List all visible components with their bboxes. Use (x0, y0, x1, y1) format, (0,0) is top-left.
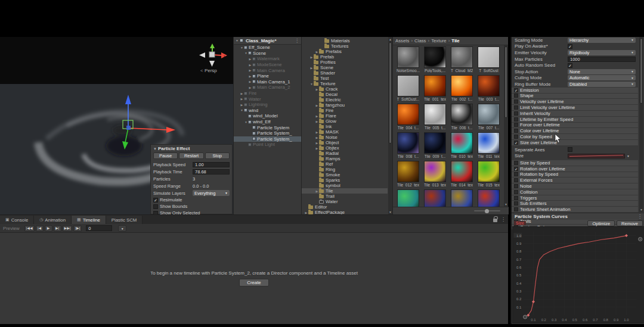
folder-item-trail[interactable]: Trail (302, 194, 388, 199)
module-checkbox[interactable] (514, 184, 518, 188)
collapse-arrow-icon[interactable]: ▼ (236, 39, 239, 42)
module-sub-emitters[interactable]: Sub Emitters (512, 201, 638, 207)
project-tree-scrollbar[interactable]: ▲ ▼ (388, 37, 392, 214)
scaling-mode-dropdown[interactable]: Hierarchy▼ (568, 38, 636, 43)
max-particles-input[interactable]: 1000 (568, 57, 636, 62)
kebab-menu-icon[interactable]: ⋮ (295, 38, 299, 43)
simulate-layers-dropdown[interactable]: Everything▼ (193, 190, 230, 196)
play-icon[interactable]: ▶ (45, 225, 52, 232)
hierarchy-item-eff-scene[interactable]: ▼ Eff_Scene (234, 45, 301, 51)
expand-arrow-icon[interactable]: ▶ (248, 63, 252, 67)
module-size-over-lifetime[interactable]: ✓ Size over Lifetime (512, 140, 638, 146)
expand-arrow-icon[interactable]: ▶ (304, 211, 308, 214)
asset-item[interactable] (475, 189, 502, 207)
module-color-over-lifetime[interactable]: Color over Lifetime (512, 128, 638, 134)
module-checkbox[interactable] (514, 161, 518, 165)
module-checkbox[interactable] (514, 201, 518, 205)
module-checkbox[interactable] (514, 172, 518, 176)
skip-to-start-icon[interactable]: |◀◀ (24, 225, 35, 232)
expand-arrow-icon[interactable]: ▶ (315, 50, 319, 54)
module-checkbox[interactable] (514, 190, 518, 194)
folder-item-shader[interactable]: Shader (302, 70, 388, 76)
folder-item-ramps[interactable]: Ramps (302, 156, 388, 161)
create-button[interactable]: Create (239, 279, 268, 286)
expand-arrow-icon[interactable]: ▶ (240, 97, 244, 101)
skip-to-end-icon[interactable]: ▶▶| (63, 225, 73, 232)
hierarchy-item-watermark[interactable]: ▶ Watermark (234, 56, 301, 62)
asset-tile-001-tex[interactable]: Tile_001_tex (422, 75, 448, 104)
folder-item-ref[interactable]: Ref (302, 161, 388, 167)
folder-item-scene[interactable]: ▶ Scene (302, 65, 388, 70)
asset-tile-012-tex[interactable]: Tile_012_tex (395, 161, 422, 189)
module-checkbox[interactable] (514, 111, 518, 116)
folder-item-water[interactable]: Water (302, 199, 388, 204)
preview-toggle[interactable]: Preview (3, 226, 20, 231)
folder-item-flare[interactable]: ▶ Flare (302, 113, 388, 119)
expand-arrow-icon[interactable]: ▼ (240, 108, 244, 112)
breadcrumb-tile[interactable]: Tile (451, 38, 459, 43)
pe-check-show-only-selected[interactable]: Show Only Selected (153, 210, 230, 214)
expand-arrow-icon[interactable]: ▶ (315, 136, 319, 139)
module-size-by-speed[interactable]: Size by Speed (512, 160, 638, 166)
folder-item-ink[interactable]: Ink (302, 124, 388, 129)
optimize-button[interactable]: Optimize (587, 220, 615, 226)
pe-check-show-bounds[interactable]: Show Bounds (153, 203, 230, 210)
folder-item-textures[interactable]: Textures (302, 43, 388, 49)
curve-legend-size[interactable]: Size (514, 221, 526, 225)
timeline-options-dropdown[interactable]: ▼ (118, 225, 126, 232)
perspective-label[interactable]: < Persp (200, 68, 217, 73)
inspector-scrollbar[interactable]: ▼ (639, 37, 643, 212)
folder-item-editor[interactable]: Editor (302, 204, 388, 210)
expand-arrow-icon[interactable]: ▼ (244, 51, 248, 55)
lock-icon[interactable] (493, 219, 497, 222)
expand-arrow-icon[interactable]: ▶ (248, 74, 252, 78)
play-range-icon[interactable]: [▶] (73, 225, 82, 232)
folder-item-profiles[interactable]: Profiles (302, 60, 388, 65)
module-checkbox[interactable]: ✓ (514, 88, 518, 92)
ring-buffer-mode-dropdown[interactable]: Disabled▼ (568, 82, 636, 87)
folder-item-electric[interactable]: Electric (302, 97, 388, 102)
checkbox[interactable]: ✓ (153, 198, 158, 203)
asset-tile-008-t[interactable]: Tile_008_t... (395, 132, 422, 161)
expand-arrow-icon[interactable]: ▶ (248, 80, 252, 83)
module-noise[interactable]: Noise (512, 183, 638, 189)
restart-button[interactable]: Restart (179, 152, 203, 159)
asset-grid-scrollbar[interactable]: ▼ (504, 45, 508, 207)
asset-polytools[interactable]: PolyTools,... (422, 46, 448, 75)
folder-item-sparks[interactable]: Sparks (302, 177, 388, 183)
module-external-forces[interactable]: External Forces (512, 177, 638, 183)
module-emission[interactable]: ✓ Emission (512, 88, 638, 94)
tab-animation[interactable]: ◷ Animation (34, 216, 72, 224)
emitter-velocity-dropdown[interactable]: Rigidbody▼ (568, 50, 636, 55)
module-checkbox[interactable] (514, 135, 518, 139)
asset-tile-003-t[interactable]: Tile_003_t... (475, 75, 502, 104)
folder-item-fangzhou[interactable]: ▶ fangzhou (302, 102, 388, 108)
expand-arrow-icon[interactable]: ▶ (315, 189, 319, 193)
module-checkbox[interactable]: ✓ (514, 167, 518, 171)
hierarchy-item-wind-eff[interactable]: ▼ wind_Eff (234, 119, 301, 125)
module-checkbox[interactable] (514, 207, 518, 211)
asset-tile-009-t[interactable]: Tile_009_t... (422, 132, 448, 161)
module-rotation-over-lifetime[interactable]: ✓ Rotation over Lifetime (512, 166, 638, 172)
play-on-awake-checkbox[interactable]: ✓ (568, 44, 572, 49)
expand-arrow-icon[interactable]: ▶ (309, 55, 314, 59)
expand-arrow-icon[interactable]: ▼ (240, 46, 244, 49)
folder-item-decal[interactable]: Decal (302, 92, 388, 97)
expand-arrow-icon[interactable]: ▶ (309, 66, 314, 70)
asset-t-cloud-m2[interactable]: T_Cloud_M2 (448, 46, 475, 75)
pe-check-resimulate[interactable]: ✓ Resimulate (153, 197, 230, 203)
expand-arrow-icon[interactable]: ▶ (315, 147, 319, 150)
hierarchy-item-plane[interactable]: ▶ Plane (234, 73, 301, 79)
folder-item-radial[interactable]: Radial (302, 151, 388, 156)
hierarchy-item-particle-system[interactable]: Particle System_ (234, 136, 301, 142)
expand-arrow-icon[interactable]: ▶ (240, 92, 244, 95)
tab-timeline[interactable]: ▦ Timeline (72, 216, 106, 224)
tab-console[interactable]: ▣ Console (0, 216, 34, 224)
folder-item-test[interactable]: Test (302, 76, 388, 81)
pause-button[interactable]: Pause (153, 152, 178, 159)
expand-arrow-icon[interactable]: ▶ (315, 141, 319, 145)
particle-curve-editor[interactable]: 0.10.20.30.40.50.60.70.80.91.00.10.20.30… (512, 226, 644, 323)
asset-item[interactable] (395, 189, 422, 207)
folder-item-texture[interactable]: ▼ Texture (302, 81, 388, 86)
module-limit-velocity-over-lifetime[interactable]: Limit Velocity over Lifetime (512, 105, 638, 111)
